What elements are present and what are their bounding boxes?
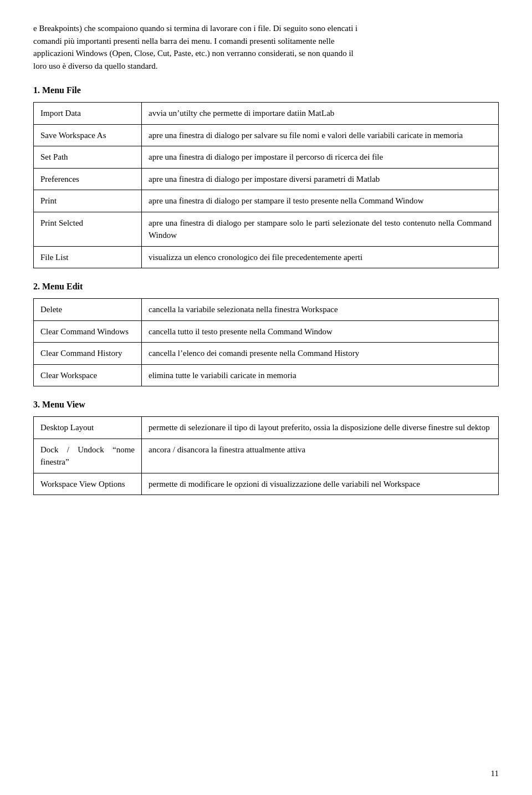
table-row: Printapre una finestra di dialogo per st… <box>34 190 499 212</box>
section3-heading: 3. Menu View <box>33 400 499 410</box>
section1-table: Import Dataavvia un’utilty che permette … <box>33 102 499 268</box>
section2-heading: 2. Menu Edit <box>33 282 499 292</box>
command-cell: Import Data <box>34 103 142 125</box>
table-row: Import Dataavvia un’utilty che permette … <box>34 103 499 125</box>
table-row: Save Workspace Asapre una finestra di di… <box>34 124 499 146</box>
table-row: Workspace View Optionspermette di modifi… <box>34 473 499 495</box>
command-cell: Clear Workspace <box>34 364 142 386</box>
command-cell: Print <box>34 190 142 212</box>
command-cell: Clear Command History <box>34 343 142 365</box>
description-cell: cancella tutto il testo presente nella C… <box>142 320 499 343</box>
table-row: Clear Workspaceelimina tutte le variabil… <box>34 364 499 386</box>
table-row: Deletecancella la variabile selezionata … <box>34 299 499 321</box>
command-cell: File List <box>34 246 142 268</box>
command-cell: Desktop Layout <box>34 417 142 439</box>
command-cell: Save Workspace As <box>34 124 142 146</box>
description-cell: cancella la variabile selezionata nella … <box>142 299 499 321</box>
table-row: Set Pathapre una finestra di dialogo per… <box>34 146 499 169</box>
description-cell: elimina tutte le variabili caricate in m… <box>142 364 499 386</box>
command-cell: Clear Command Windows <box>34 320 142 343</box>
table-row: Clear Command Windowscancella tutto il t… <box>34 320 499 343</box>
description-cell: apre una finestra di dialogo per imposta… <box>142 168 499 190</box>
description-cell: apre una finestra di dialogo per stampar… <box>142 212 499 246</box>
page-number: 11 <box>491 769 499 778</box>
table-row: Dock / Undock “nome finestra”ancora / di… <box>34 439 499 473</box>
description-cell: permette di selezionare il tipo di layou… <box>142 417 499 439</box>
command-cell: Delete <box>34 299 142 321</box>
description-cell: apre una finestra di dialogo per salvare… <box>142 124 499 146</box>
command-cell: Dock / Undock “nome finestra” <box>34 439 142 473</box>
command-cell: Preferences <box>34 168 142 190</box>
table-row: Preferencesapre una finestra di dialogo … <box>34 168 499 190</box>
table-row: Clear Command Historycancella l’elenco d… <box>34 343 499 365</box>
description-cell: apre una finestra di dialogo per imposta… <box>142 146 499 169</box>
table-row: Print Selctedapre una finestra di dialog… <box>34 212 499 246</box>
command-cell: Set Path <box>34 146 142 169</box>
table-row: File Listvisualizza un elenco cronologic… <box>34 246 499 268</box>
table-row: Desktop Layoutpermette di selezionare il… <box>34 417 499 439</box>
command-cell: Print Selcted <box>34 212 142 246</box>
section2-table: Deletecancella la variabile selezionata … <box>33 298 499 386</box>
command-cell: Workspace View Options <box>34 473 142 495</box>
description-cell: permette di modificare le opzioni di vis… <box>142 473 499 495</box>
intro-paragraph: e Breakpoints) che scompaiono quando si … <box>33 22 499 72</box>
section1-heading: 1. Menu File <box>33 85 499 95</box>
description-cell: visualizza un elenco cronologico dei fil… <box>142 246 499 268</box>
description-cell: apre una finestra di dialogo per stampar… <box>142 190 499 212</box>
section3-table: Desktop Layoutpermette di selezionare il… <box>33 416 499 495</box>
description-cell: avvia un’utilty che permette di importar… <box>142 103 499 125</box>
description-cell: ancora / disancora la finestra attualmen… <box>142 439 499 473</box>
description-cell: cancella l’elenco dei comandi presente n… <box>142 343 499 365</box>
